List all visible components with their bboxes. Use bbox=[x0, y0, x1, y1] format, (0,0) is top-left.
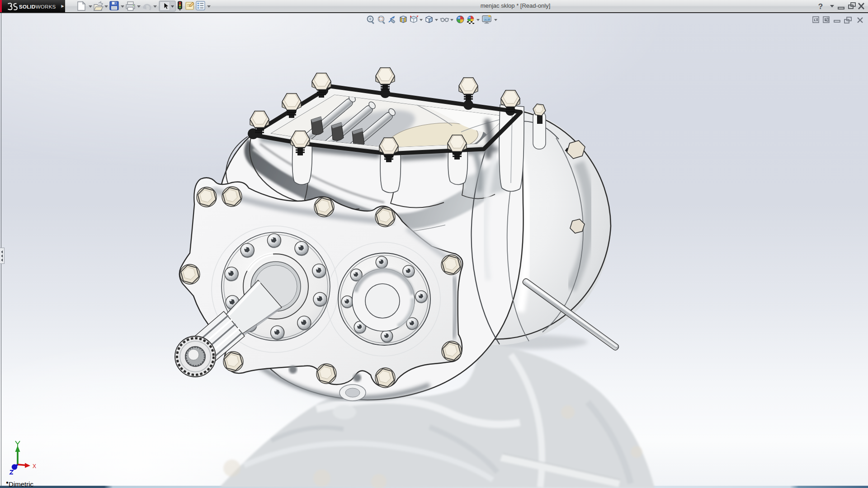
svg-text:X: X bbox=[33, 463, 36, 469]
